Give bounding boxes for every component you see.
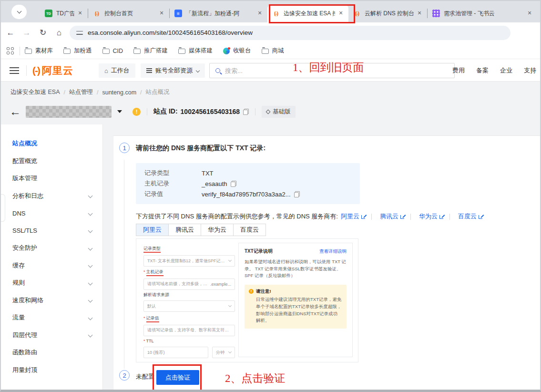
apps-grid-icon[interactable]: [7, 47, 14, 54]
record-label: 记录类型: [144, 169, 202, 177]
provider-link-百度云[interactable]: 百度云: [458, 212, 483, 221]
site-dropdown-caret[interactable]: [117, 110, 122, 113]
txt-panel-notice: ! 请注意! 日常运维中建议清理无用的TXT记录，避免单个子域名配置的TXT记录…: [245, 285, 347, 329]
sidebar-item-四层代理[interactable]: 四层代理: [1, 327, 102, 344]
step1-number: 1: [119, 143, 130, 153]
external-link-icon: [361, 214, 366, 219]
close-icon[interactable]: ×: [76, 10, 84, 17]
verify-button[interactable]: 点击验证: [156, 370, 199, 385]
back-button[interactable]: ←: [4, 26, 17, 40]
sidebar-collapse-handle[interactable]: [1, 194, 5, 222]
console-search-box[interactable]: [209, 63, 455, 78]
chevron-down-icon: [88, 228, 93, 233]
browser-tab[interactable]: ≡「新流程」加粉通-阿×: [170, 4, 267, 22]
account-resources-dropdown[interactable]: 账号全部资源: [141, 63, 205, 78]
provider-link-华为云[interactable]: 华为云: [419, 212, 444, 221]
bookmark-label: CID: [113, 48, 123, 54]
browser-tab[interactable]: TDTD广告投放系统-数×: [40, 4, 88, 22]
sidebar-item-用量封顶[interactable]: 用量封顶: [1, 361, 102, 379]
provider-tab-阿里云[interactable]: 阿里云: [136, 224, 169, 236]
example-field-value: 请填写记录值，支持字母、数字和英文符号，512个字符以内: [147, 327, 231, 333]
example-field-label: 记录值: [146, 316, 159, 322]
example-field-row: 10 (推荐)分钟: [143, 347, 235, 358]
bookmark-item[interactable]: 素材库: [25, 47, 53, 55]
sidebar-item-速度和网络[interactable]: 速度和网络: [1, 292, 102, 309]
step2-number: 2: [119, 370, 130, 381]
provider-link-腾讯云[interactable]: 腾讯云: [380, 212, 405, 221]
site-settings-icon[interactable]: [76, 30, 83, 36]
home-button[interactable]: ⌂: [52, 26, 66, 40]
example-unit-value: 分钟: [216, 350, 226, 356]
sidebar-item-缓存[interactable]: 缓存: [1, 257, 102, 275]
close-icon[interactable]: ×: [416, 10, 423, 17]
copy-icon[interactable]: [231, 181, 236, 187]
step-connector-line: [124, 160, 124, 369]
external-link-icon: [479, 214, 483, 219]
console-nav-link-企业[interactable]: 企业: [500, 66, 512, 75]
provider-tab-百度云[interactable]: 百度云: [233, 224, 266, 236]
cashier-icon: [223, 48, 230, 54]
provider-tab-腾讯云[interactable]: 腾讯云: [168, 224, 201, 236]
tab-title: 控制台首页: [104, 10, 156, 18]
workbench-button[interactable]: ⌂ 工作台: [99, 63, 135, 78]
breadcrumb-item[interactable]: sunteng.com: [102, 89, 136, 96]
list-icon: [146, 70, 152, 71]
sidebar-item-分析和日志[interactable]: 分析和日志: [1, 187, 102, 205]
tab-title: 需求池管理 - 飞书云: [444, 10, 524, 18]
bookmark-item[interactable]: 商城: [262, 47, 284, 55]
tab-search-button[interactable]: [11, 5, 27, 19]
sidebar-item-label: 安全防护: [12, 244, 89, 252]
sidebar-item-规则[interactable]: 规则: [1, 274, 102, 292]
folder-icon: [25, 49, 32, 54]
close-icon[interactable]: ×: [526, 10, 533, 17]
bookmark-item[interactable]: 媒体搭建: [178, 47, 213, 55]
sidebar-item-流量[interactable]: 流量: [1, 309, 102, 327]
provider-link-阿里云[interactable]: 阿里云: [341, 212, 366, 221]
forward-button[interactable]: →: [20, 26, 33, 40]
bookmark-item[interactable]: 收银台: [223, 47, 251, 55]
browser-tab-active[interactable]: (-)边缘安全加速 ESA 控×: [267, 4, 348, 22]
sidebar-item-站点概况[interactable]: 站点概况: [1, 135, 102, 153]
folder-icon: [63, 49, 71, 54]
external-link-icon: [400, 214, 405, 219]
example-select: 默认: [143, 300, 235, 312]
aliyun-favicon-icon: (-): [93, 10, 101, 17]
example-field-value: 10 (推荐): [147, 350, 204, 356]
providers-intro: 下方提供了不同 DNS 服务商的配置示例供您参考，常见的 DNS 服务商有:: [136, 212, 338, 221]
close-icon[interactable]: ×: [158, 10, 165, 17]
example-field-label: TTL: [146, 339, 154, 344]
copy-icon[interactable]: [294, 191, 300, 197]
console-search-input[interactable]: [225, 67, 449, 74]
breadcrumb-item[interactable]: 边缘安全加速 ESA: [10, 88, 60, 96]
console-nav-link-备案[interactable]: 备案: [476, 66, 489, 75]
sidebar-item-版本管理[interactable]: 版本管理: [1, 170, 102, 187]
sidebar-item-SSL/TLS[interactable]: SSL/TLS: [1, 222, 102, 240]
example-field-row: 请填写域名前缀，支持多级，如：ab.c....example...: [143, 279, 235, 290]
bookmark-item[interactable]: 推广搭建: [133, 47, 168, 55]
folder-icon: [102, 49, 110, 54]
browser-tab[interactable]: (-)云解析 DNS 控制台×: [348, 4, 427, 22]
sidebar-item-DNS[interactable]: DNS: [1, 205, 102, 222]
console-nav-link-费用[interactable]: 费用: [452, 66, 465, 75]
provider-tab-华为云[interactable]: 华为云: [201, 224, 234, 236]
close-icon[interactable]: ×: [256, 10, 264, 17]
sidebar-item-配置概览[interactable]: 配置概览: [1, 153, 102, 170]
url-bar[interactable]: esa.console.aliyun.com/site/100245616540…: [70, 26, 510, 40]
browser-tab[interactable]: (-)控制台首页×: [88, 4, 169, 22]
back-arrow-icon[interactable]: ←: [10, 106, 21, 117]
sidebar-item-函数路由[interactable]: 函数路由: [1, 344, 102, 361]
reload-button[interactable]: ↻: [36, 26, 50, 40]
browser-tab[interactable]: 需求池管理 - 飞书云×: [428, 4, 537, 22]
bookmark-item[interactable]: 加粉通: [63, 47, 92, 55]
console-nav-link-支持[interactable]: 支持: [524, 66, 536, 75]
breadcrumb-item[interactable]: 站点管理: [69, 88, 93, 96]
copy-icon[interactable]: [243, 109, 249, 115]
close-icon[interactable]: ×: [337, 10, 345, 17]
sidebar-item-label: 版本管理: [12, 174, 92, 183]
tab-list: TDTD广告投放系统-数×(-)控制台首页×≡「新流程」加粉通-阿×(-)边缘安…: [40, 1, 537, 22]
site-header: ← ! 站点 ID: 1002456165403168 基础版: [10, 103, 296, 120]
bookmark-item[interactable]: CID: [102, 48, 123, 54]
sidebar-item-安全防护[interactable]: 安全防护: [1, 239, 102, 257]
aliyun-logo[interactable]: (-) 阿里云: [32, 64, 73, 77]
hamburger-menu-icon[interactable]: [10, 70, 19, 71]
